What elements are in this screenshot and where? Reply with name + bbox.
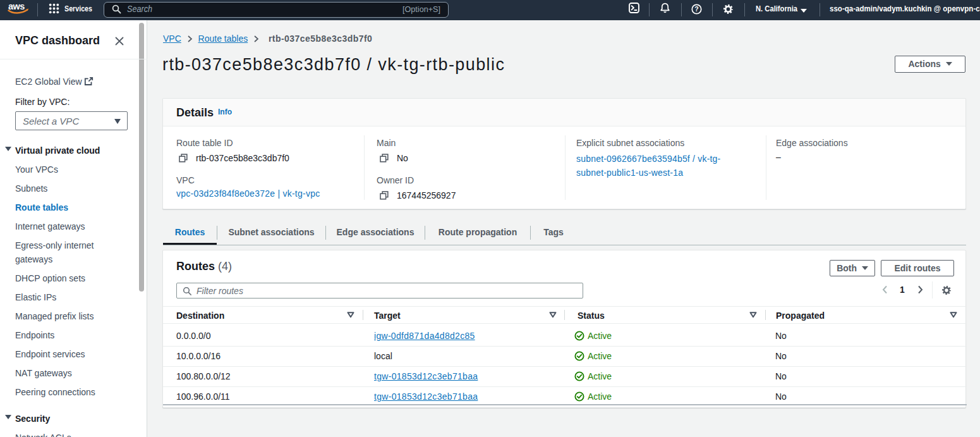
svg-text:N. California: N. California [756, 4, 798, 13]
svg-text:aws: aws [8, 1, 25, 11]
svg-text:?: ? [694, 5, 698, 13]
svg-text:[Option+S]: [Option+S] [402, 5, 440, 14]
svg-text:Services: Services [64, 4, 92, 13]
svg-text:sso-qa-admin/vadym.kuchkin @ o: sso-qa-admin/vadym.kuchkin @ openvpn-clo… [830, 4, 980, 13]
svg-text:Search: Search [127, 4, 152, 14]
